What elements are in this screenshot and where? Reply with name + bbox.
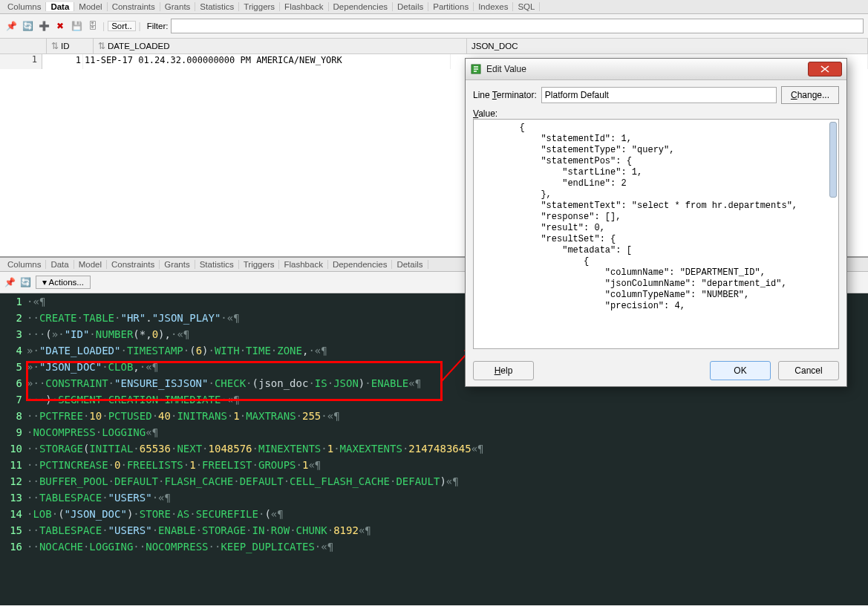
editor-line[interactable]: 12··BUFFER_POOL·DEFAULT·FLASH_CACHE·DEFA… [0,473,868,489]
object-tabbar-top: ColumnsDataModelConstraintsGrantsStatist… [0,0,868,14]
line-number: 4 [0,342,27,359]
col-header-json[interactable]: JSON_DOC [467,39,868,53]
line-number: 13 [0,489,27,506]
refresh-icon[interactable]: 🔄 [20,277,31,287]
editor-line[interactable]: 9·NOCOMPRESS·LOGGING«¶ [0,424,868,440]
line-code[interactable]: ···(»·"ID"·NUMBER(*,0),·«¶ [27,326,189,342]
delete-row-icon[interactable]: ✖ [53,19,67,33]
tab-lower-details[interactable]: Details [392,260,428,269]
tab-triggers[interactable]: Triggers [239,2,280,11]
refresh-icon[interactable]: 🔄 [21,19,34,33]
tab-indexes[interactable]: Indexes [474,2,513,11]
add-row-icon[interactable]: ➕ [37,19,50,33]
col-label-id: ID [61,42,70,51]
line-code[interactable]: ··PCTINCREASE·0·FREELISTS·1·FREELIST·GRO… [27,457,321,473]
tab-partitions[interactable]: Partitions [428,2,474,11]
line-code[interactable]: ··CREATE·TABLE·"HR"."JSON_PLAY"·«¶ [27,310,240,326]
line-code[interactable]: ··NOCACHE·LOGGING··NOCOMPRESS··KEEP_DUPL… [27,538,333,555]
line-number: 6 [0,375,27,391]
cell-id[interactable]: 1 [42,54,83,69]
actions-label: Actions... [49,278,84,287]
line-code[interactable]: ·NOCOMPRESS·LOGGING«¶ [27,424,158,440]
cancel-button[interactable]: Cancel [778,361,839,380]
tab-lower-flashback[interactable]: Flashback [279,260,327,269]
value-label: Value: [473,108,497,119]
close-button[interactable] [808,62,842,77]
commit-icon: 💾 [70,19,83,33]
editor-line[interactable]: 14·LOB·("JSON_DOC")·STORE·AS·SECUREFILE·… [0,506,868,522]
line-number: 12 [0,473,27,489]
editor-line[interactable]: 8··PCTFREE·10·PCTUSED·40·INITRANS·1·MAXT… [0,408,868,424]
line-number: 3 [0,326,27,342]
rownum-header [0,39,47,53]
line-code[interactable]: ··TABLESPACE·"USERS"·ENABLE·STORAGE·IN·R… [27,522,371,538]
scrollbar-thumb[interactable] [829,122,837,198]
line-terminator-label: Line Terminator: [473,90,537,100]
value-textarea[interactable]: { "statementId": 1, "statementType": "qu… [473,119,839,349]
col-label-date: DATE_LOADED [108,42,170,51]
data-toolbar: 📌 🔄 ➕ ✖ 💾 🗄 | Sort.. | Filter: [0,14,868,39]
line-number: 2 [0,310,27,326]
line-code[interactable]: ··PCTFREE·10·PCTUSED·40·INITRANS·1·MAXTR… [27,408,340,424]
tab-columns[interactable]: Columns [3,2,46,11]
dialog-titlebar[interactable]: Edit Value [466,59,846,80]
tab-lower-statistics[interactable]: Statistics [195,260,239,269]
tab-statistics[interactable]: Statistics [195,2,239,11]
tab-sql[interactable]: SQL [513,2,540,11]
help-button[interactable]: Help [473,361,534,380]
change-button[interactable]: Change... [781,86,839,104]
tab-lower-model[interactable]: Model [74,260,107,269]
line-number: 10 [0,440,27,457]
line-code[interactable]: »·"DATE_LOADED"·TIMESTAMP·(6)·WITH·TIME·… [27,342,327,359]
line-code[interactable]: »··CONSTRAINT·"ENSURE_ISJSON"·CHECK·(jso… [27,375,421,391]
line-code[interactable]: ··BUFFER_POOL·DEFAULT·FLASH_CACHE·DEFAUL… [27,473,459,489]
col-header-date[interactable]: ⇅DATE_LOADED [94,39,467,53]
line-number: 14 [0,506,27,522]
tab-flashback[interactable]: Flashback [280,2,328,11]
line-number: 8 [0,408,27,424]
tab-details[interactable]: Details [393,2,428,11]
editor-line[interactable]: 7···)·SEGMENT·CREATION·IMMEDIATE·«¶ [0,391,868,408]
line-code[interactable]: ··STORAGE(INITIAL·65536·NEXT·1048576·MIN… [27,440,484,457]
col-header-id[interactable]: ⇅ID [47,39,94,53]
dialog-title: Edit Value [486,64,808,74]
filter-input[interactable] [171,19,864,33]
tab-grants[interactable]: Grants [160,2,196,11]
line-number: 11 [0,457,27,473]
line-number: 16 [0,538,27,555]
tab-lower-columns[interactable]: Columns [3,260,46,269]
tab-dependencies[interactable]: Dependencies [329,2,394,11]
tab-lower-data[interactable]: Data [46,260,74,269]
line-number: 7 [0,391,27,408]
tab-data[interactable]: Data [46,2,74,11]
tab-model[interactable]: Model [74,2,107,11]
editor-line[interactable]: 13··TABLESPACE·"USERS"·«¶ [0,489,868,506]
line-code[interactable]: ···)·SEGMENT·CREATION·IMMEDIATE·«¶ [27,391,240,408]
tab-lower-triggers[interactable]: Triggers [239,260,280,269]
editor-line[interactable]: 11··PCTINCREASE·0·FREELISTS·1·FREELIST·G… [0,457,868,473]
editor-line[interactable]: 10··STORAGE(INITIAL·65536·NEXT·1048576·M… [0,440,868,457]
tab-constraints[interactable]: Constraints [108,2,160,11]
cell-date[interactable]: 11-SEP-17 01.24.32.000000000 PM AMERICA/… [83,54,451,69]
line-code[interactable]: ·LOB·("JSON_DOC")·STORE·AS·SECUREFILE·(«… [27,506,284,522]
line-terminator-field[interactable] [541,87,777,103]
line-code[interactable]: ·«¶ [27,293,45,310]
pin-icon[interactable]: 📌 [4,19,18,33]
pin-icon[interactable]: 📌 [4,277,16,287]
editor-line[interactable]: 16··NOCACHE·LOGGING··NOCOMPRESS··KEEP_DU… [0,538,868,555]
sort-button[interactable]: Sort.. [108,21,135,31]
line-number: 1 [0,293,27,310]
editor-line[interactable]: 15··TABLESPACE·"USERS"·ENABLE·STORAGE·IN… [0,522,868,538]
tab-lower-grants[interactable]: Grants [160,260,195,269]
tab-lower-constraints[interactable]: Constraints [107,260,160,269]
sort-icon: ⇅ [51,41,59,51]
filter-label: Filter: [147,22,169,30]
rownum-cell: 1 [0,54,42,69]
actions-dropdown[interactable]: ▾ Actions... [36,276,91,289]
line-code[interactable]: »·"JSON_DOC"·CLOB,·«¶ [27,359,158,375]
edit-value-dialog: Edit Value Line Terminator: Change... Va… [465,58,847,387]
line-code[interactable]: ··TABLESPACE·"USERS"·«¶ [27,489,171,506]
tab-lower-dependencies[interactable]: Dependencies [328,260,393,269]
dialog-icon [470,63,482,75]
ok-button[interactable]: OK [710,361,771,380]
